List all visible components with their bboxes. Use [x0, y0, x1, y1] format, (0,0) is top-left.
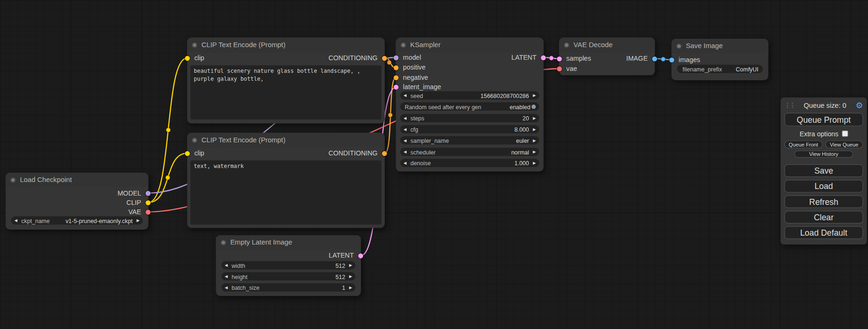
output-slot-latent: LATENT	[216, 251, 361, 260]
node-header[interactable]: KSampler	[396, 38, 544, 52]
cfg-widget[interactable]: ◀ cfg 8.000 ▶	[400, 125, 539, 133]
link-midpoint-dot	[387, 60, 391, 64]
node-vae-decode[interactable]: VAE Decode samples IMAGE vae	[559, 38, 655, 76]
decrement-arrow-icon[interactable]: ◀	[403, 148, 406, 156]
node-save-image[interactable]: Save Image images filename_prefix ComfyU…	[671, 39, 768, 80]
collapse-dot-icon[interactable]	[564, 42, 569, 48]
load-default-button[interactable]: Load Default	[784, 226, 863, 239]
increment-arrow-icon[interactable]: ▶	[349, 283, 352, 292]
refresh-button[interactable]: Refresh	[784, 196, 863, 208]
view-queue-button[interactable]: View Queue	[825, 140, 863, 148]
collapse-dot-icon[interactable]	[192, 138, 197, 143]
node-header[interactable]: CLIP Text Encode (Prompt)	[187, 133, 385, 147]
seed-widget[interactable]: ◀ seed 156680208700286 ▶	[400, 91, 539, 100]
decrement-arrow-icon[interactable]: ◀	[403, 159, 406, 167]
negative-prompt-textarea[interactable]: text, watermark	[191, 161, 381, 225]
increment-arrow-icon[interactable]: ▶	[533, 159, 536, 167]
drag-handle-icon[interactable]: ⋮⋮	[784, 102, 794, 109]
collapse-dot-icon[interactable]	[677, 43, 682, 49]
increment-arrow-icon[interactable]: ▶	[533, 91, 536, 100]
node-header[interactable]: Save Image	[671, 39, 768, 53]
collapse-dot-icon[interactable]	[401, 42, 406, 48]
link-clip-to-positive-prompt	[148, 58, 187, 202]
input-slot-positive: positive	[396, 63, 544, 72]
random-seed-toggle-widget[interactable]: Random seed after every gen enabled	[400, 102, 539, 111]
decrement-arrow-icon[interactable]: ◀	[403, 125, 406, 133]
node-clip-text-encode-negative[interactable]: CLIP Text Encode (Prompt) clip CONDITION…	[187, 133, 385, 228]
input-slot-images: images	[671, 56, 768, 64]
latent-output-port[interactable]	[541, 55, 546, 60]
increment-arrow-icon[interactable]: ▶	[136, 217, 139, 225]
positive-input-port[interactable]	[394, 65, 399, 70]
input-slot-vae: vae	[559, 64, 655, 73]
queue-size-label: Queue size: 0	[794, 102, 855, 110]
toggle-icon[interactable]	[531, 104, 536, 108]
node-header[interactable]: VAE Decode	[559, 38, 655, 52]
view-history-button[interactable]: View History	[795, 150, 853, 157]
queue-prompt-button[interactable]: Queue Prompt	[784, 113, 863, 126]
node-load-checkpoint[interactable]: Load Checkpoint MODEL CLIP VAE ◀ ckpt_na…	[6, 173, 148, 230]
output-slot-vae: VAE	[6, 208, 148, 217]
decrement-arrow-icon[interactable]: ◀	[14, 217, 17, 225]
latent-image-input-port[interactable]	[394, 84, 399, 90]
increment-arrow-icon[interactable]: ▶	[533, 148, 536, 156]
node-title: CLIP Text Encode (Prompt)	[202, 136, 286, 144]
decrement-arrow-icon[interactable]: ◀	[225, 272, 227, 280]
increment-arrow-icon[interactable]: ▶	[349, 261, 352, 270]
queue-panel-header: ⋮⋮ Queue size: 0 ⚙	[784, 100, 863, 111]
node-clip-text-encode-positive[interactable]: CLIP Text Encode (Prompt) clip CONDITION…	[187, 38, 385, 124]
conditioning-output-port[interactable]	[382, 56, 387, 61]
node-header[interactable]: Load Checkpoint	[6, 173, 148, 187]
output-slot-conditioning: CONDITIONING	[187, 149, 385, 158]
link-clip-to-negative-prompt	[148, 153, 187, 203]
scheduler-widget[interactable]: ◀ scheduler normal ▶	[400, 148, 539, 156]
extra-options-label: Extra options	[800, 130, 839, 138]
decrement-arrow-icon[interactable]: ◀	[403, 91, 406, 100]
decrement-arrow-icon[interactable]: ◀	[225, 261, 227, 270]
collapse-dot-icon[interactable]	[221, 240, 226, 245]
negative-input-port[interactable]	[394, 75, 399, 80]
node-title: Save Image	[686, 42, 723, 50]
ckpt-name-widget[interactable]: ◀ ckpt_name v1-5-pruned-emaonly.ckpt ▶	[11, 217, 143, 225]
queue-front-button[interactable]: Queue Front	[784, 140, 822, 148]
increment-arrow-icon[interactable]: ▶	[533, 136, 536, 145]
node-header[interactable]: Empty Latent Image	[216, 235, 361, 250]
increment-arrow-icon[interactable]: ▶	[533, 114, 536, 122]
collapse-dot-icon[interactable]	[11, 177, 16, 182]
height-widget[interactable]: ◀ height 512 ▶	[221, 272, 355, 280]
link-midpoint-dot	[388, 113, 392, 117]
node-title: VAE Decode	[573, 41, 613, 49]
image-output-port[interactable]	[652, 56, 657, 61]
collapse-dot-icon[interactable]	[192, 42, 197, 48]
conditioning-output-port[interactable]	[382, 151, 387, 156]
increment-arrow-icon[interactable]: ▶	[349, 272, 352, 280]
decrement-arrow-icon[interactable]: ◀	[403, 136, 406, 145]
clip-output-port[interactable]	[146, 200, 151, 205]
decrement-arrow-icon[interactable]: ◀	[403, 114, 406, 122]
vae-input-port[interactable]	[557, 66, 562, 71]
load-button[interactable]: Load	[784, 180, 863, 192]
batch-size-widget[interactable]: ◀ batch_size 1 ▶	[221, 283, 355, 292]
positive-prompt-textarea[interactable]: beautiful scenery nature glass bottle la…	[191, 65, 381, 119]
decrement-arrow-icon[interactable]: ◀	[225, 283, 227, 292]
steps-widget[interactable]: ◀ steps 20 ▶	[400, 114, 539, 122]
width-widget[interactable]: ◀ width 512 ▶	[221, 261, 355, 270]
node-empty-latent-image[interactable]: Empty Latent Image LATENT ◀ width 512 ▶ …	[216, 235, 361, 296]
queue-actions-row: Queue Front View Queue	[784, 140, 863, 148]
vae-output-port[interactable]	[146, 210, 151, 215]
denoise-widget[interactable]: ◀ denoise 1.000 ▶	[400, 159, 539, 167]
sampler-name-widget[interactable]: ◀ sampler_name euler ▶	[400, 136, 539, 145]
increment-arrow-icon[interactable]: ▶	[533, 125, 536, 133]
node-graph-canvas[interactable]: Load Checkpoint MODEL CLIP VAE ◀ ckpt_na…	[0, 0, 868, 329]
save-button[interactable]: Save	[784, 164, 863, 177]
clear-button[interactable]: Clear	[784, 211, 863, 224]
latent-output-port[interactable]	[358, 253, 363, 258]
extra-options-checkbox[interactable]	[842, 131, 848, 137]
filename-prefix-widget[interactable]: filename_prefix ComfyUI	[677, 65, 763, 73]
settings-gear-icon[interactable]: ⚙	[855, 101, 863, 110]
node-header[interactable]: CLIP Text Encode (Prompt)	[187, 38, 385, 52]
model-output-port[interactable]	[146, 190, 151, 196]
node-ksampler[interactable]: KSampler model LATENT positive negative …	[396, 38, 544, 172]
images-input-port[interactable]	[669, 57, 674, 63]
node-title: Empty Latent Image	[230, 238, 292, 246]
